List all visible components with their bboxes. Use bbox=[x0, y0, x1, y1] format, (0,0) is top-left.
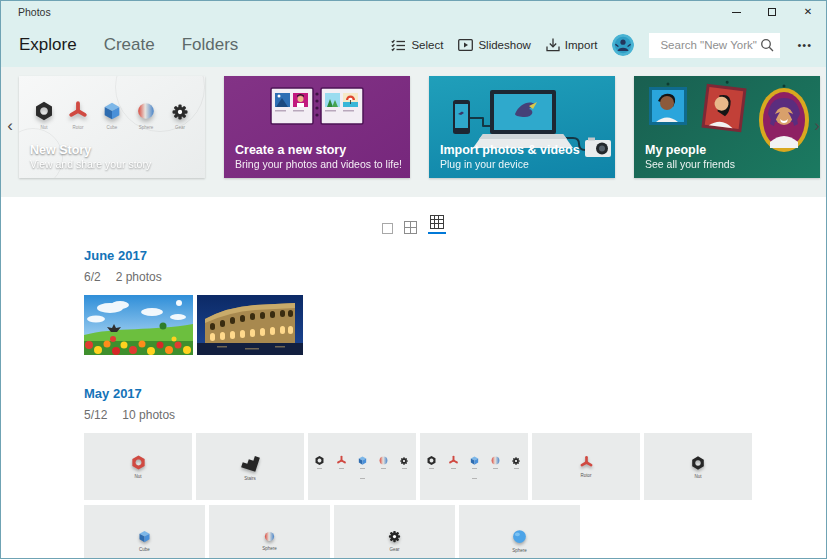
story-objects-row: Nut Rotor Cube Sphere Gear bbox=[29, 100, 195, 130]
banner-carousel: ‹ Nut Rotor Cube Sphere Gear New Story V… bbox=[1, 67, 826, 197]
mini-objects-row bbox=[314, 455, 409, 469]
maximize-button[interactable] bbox=[754, 1, 790, 23]
view-size-large-button[interactable] bbox=[382, 223, 393, 234]
month-header[interactable]: May 2017 bbox=[84, 386, 142, 401]
card-subtitle: View and share your story bbox=[30, 158, 151, 171]
window-controls: ✕ bbox=[718, 1, 826, 23]
select-label: Select bbox=[411, 39, 443, 51]
search-icon[interactable] bbox=[760, 38, 774, 52]
maximize-icon bbox=[768, 8, 776, 16]
slideshow-label: Slideshow bbox=[478, 39, 530, 51]
banner-card-my-people[interactable]: My people See all your friends bbox=[634, 76, 820, 178]
photo-thumbnail-red-rotor[interactable]: Rotor bbox=[532, 433, 640, 500]
banner-card-import[interactable]: Import photos & videos Plug in your devi… bbox=[429, 76, 615, 178]
nav-tabs: Explore Create Folders bbox=[19, 35, 238, 55]
card-subtitle: Plug in your device bbox=[440, 158, 580, 171]
object-caption: Gear bbox=[175, 125, 185, 130]
photo-thumbnail-object-scene[interactable] bbox=[420, 433, 528, 500]
view-size-medium-button[interactable] bbox=[404, 221, 417, 234]
avatar-person-icon bbox=[612, 34, 634, 56]
tab-folders[interactable]: Folders bbox=[182, 35, 239, 55]
banner-card-new-story[interactable]: Nut Rotor Cube Sphere Gear New Story Vie… bbox=[19, 76, 205, 178]
see-more-icon[interactable]: ••• bbox=[795, 37, 814, 53]
object-caption: Cube bbox=[107, 125, 118, 130]
photo-thumbnail-colosseum[interactable] bbox=[197, 295, 303, 355]
object-caption: Nut bbox=[40, 125, 47, 130]
month-header[interactable]: June 2017 bbox=[84, 248, 147, 263]
nav-bar: Explore Create Folders Select Slide bbox=[1, 23, 826, 67]
photos-app-window: Photos ✕ Explore Create Folders Select bbox=[0, 0, 827, 559]
search-box[interactable] bbox=[649, 33, 780, 58]
carousel-next-button[interactable]: › bbox=[810, 114, 824, 138]
section-meta: 6/2 2 photos bbox=[84, 270, 826, 284]
photo-row: Nut Stairs bbox=[84, 433, 826, 500]
grid-2x2-icon bbox=[404, 221, 417, 234]
card-title: New Story bbox=[30, 143, 151, 158]
photo-thumbnail-stairs[interactable]: Stairs bbox=[196, 433, 304, 500]
section-count: 10 photos bbox=[122, 408, 175, 422]
photo-thumbnail-blue-cube[interactable]: Cube bbox=[84, 505, 205, 559]
object-caption: Sphere bbox=[512, 548, 527, 553]
photo-row bbox=[84, 295, 826, 355]
section-june-2017: June 2017 6/2 2 photos bbox=[84, 246, 826, 355]
tab-create[interactable]: Create bbox=[104, 35, 155, 55]
close-icon: ✕ bbox=[804, 7, 812, 17]
photo-thumbnail-red-nut[interactable]: Nut bbox=[84, 433, 192, 500]
photo-thumbnail-blue-sphere[interactable]: Sphere bbox=[459, 505, 580, 559]
close-button[interactable]: ✕ bbox=[790, 1, 826, 23]
tab-explore[interactable]: Explore bbox=[19, 35, 77, 55]
section-date: 6/2 bbox=[84, 270, 101, 284]
gallery-content: June 2017 6/2 2 photos bbox=[1, 197, 826, 559]
card-title: My people bbox=[645, 143, 735, 158]
section-count: 2 photos bbox=[116, 270, 162, 284]
photo-thumbnail-striped-sphere[interactable]: Sphere bbox=[209, 505, 330, 559]
photo-thumbnail-meadow[interactable] bbox=[84, 295, 193, 355]
grid-1x1-icon bbox=[382, 223, 393, 234]
card-title: Create a new story bbox=[235, 143, 402, 158]
account-avatar[interactable] bbox=[612, 34, 634, 56]
search-input[interactable] bbox=[658, 38, 760, 52]
card-title: Import photos & videos bbox=[440, 143, 580, 158]
object-caption: Stairs bbox=[244, 476, 256, 481]
window-title: Photos bbox=[1, 6, 51, 18]
import-label: Import bbox=[565, 39, 598, 51]
section-may-2017: May 2017 5/12 10 photos Nut Stairs bbox=[84, 384, 826, 559]
object-caption: Cube bbox=[139, 547, 150, 552]
section-date: 5/12 bbox=[84, 408, 107, 422]
view-size-small-button[interactable] bbox=[428, 215, 446, 234]
object-caption: Nut bbox=[134, 474, 141, 479]
import-icon bbox=[546, 38, 560, 52]
slideshow-button[interactable]: Slideshow bbox=[458, 39, 530, 51]
photo-thumbnail-object-scene[interactable] bbox=[308, 433, 416, 500]
minimize-button[interactable] bbox=[718, 1, 754, 23]
object-caption: Sphere bbox=[262, 546, 277, 551]
select-icon bbox=[391, 39, 406, 52]
object-caption: Rotor bbox=[580, 473, 591, 478]
object-caption: Gear bbox=[389, 547, 399, 552]
import-button[interactable]: Import bbox=[546, 38, 598, 52]
select-button[interactable]: Select bbox=[391, 39, 443, 52]
object-caption: Nut bbox=[694, 474, 701, 479]
slideshow-icon bbox=[458, 39, 473, 51]
minimize-icon bbox=[732, 12, 741, 13]
card-subtitle: See all your friends bbox=[645, 158, 735, 171]
photo-row: Cube Sphere Gear Sphere bbox=[84, 505, 826, 559]
section-meta: 5/12 10 photos bbox=[84, 408, 826, 422]
grid-3x3-icon bbox=[430, 215, 444, 229]
object-caption: Sphere bbox=[139, 125, 154, 130]
banner-card-create-story[interactable]: Create a new story Bring your photos and… bbox=[224, 76, 410, 178]
carousel-prev-button[interactable]: ‹ bbox=[3, 114, 17, 138]
card-subtitle: Bring your photos and videos to life! bbox=[235, 158, 402, 171]
mini-objects-row bbox=[426, 455, 521, 469]
photo-thumbnail-black-gear[interactable]: Gear bbox=[334, 505, 455, 559]
photo-thumbnail-black-nut[interactable]: Nut bbox=[644, 433, 752, 500]
toolbar: Select Slideshow Import bbox=[391, 33, 814, 58]
zoom-level-bar bbox=[1, 197, 826, 234]
selected-view-underline bbox=[428, 232, 446, 234]
object-caption: Rotor bbox=[72, 125, 83, 130]
title-bar: Photos ✕ bbox=[1, 1, 826, 23]
